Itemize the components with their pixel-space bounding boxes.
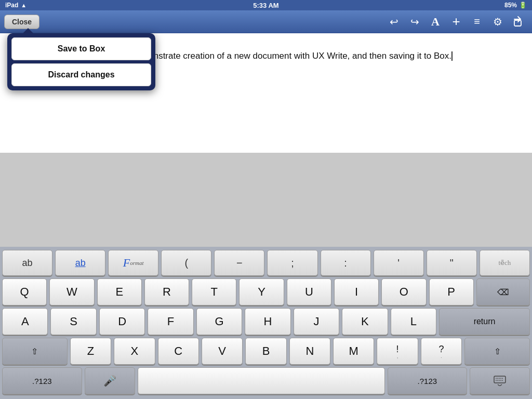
key-tech[interactable]: tẽch [480, 250, 530, 276]
key-quote[interactable]: " [427, 250, 477, 276]
list-button[interactable]: ≡ [468, 12, 486, 31]
key-o[interactable]: O [381, 278, 426, 305]
key-h[interactable]: H [245, 308, 290, 335]
key-w[interactable]: W [49, 278, 94, 305]
status-bar: iPad ▲ 5:33 AM 85% 🔋 [0, 0, 532, 10]
key-f[interactable]: F [148, 308, 193, 335]
key-return[interactable]: return [439, 308, 530, 335]
key-p[interactable]: P [429, 278, 474, 305]
key-paren-open[interactable]: ( [161, 250, 211, 276]
key-j[interactable]: J [294, 308, 339, 335]
key-n[interactable]: N [289, 338, 330, 365]
text-cursor [451, 51, 453, 61]
key-k[interactable]: K [342, 308, 388, 335]
key-a[interactable]: A [2, 308, 48, 335]
key-num-right[interactable]: .?123 [388, 367, 468, 394]
key-l[interactable]: L [391, 308, 436, 335]
dropdown-popup: Save to Box Discard changes [7, 33, 155, 90]
key-space[interactable] [138, 367, 385, 394]
settings-button[interactable]: ⚙ [488, 12, 507, 31]
key-question-period[interactable]: ?. [421, 338, 462, 365]
font-button[interactable]: A [426, 12, 445, 31]
key-backspace[interactable]: ⌫ [476, 278, 530, 305]
time-display: 5:33 AM [253, 2, 278, 9]
key-minus[interactable]: − [214, 250, 264, 276]
toolbar: Close ↩ ↪ A + ≡ ⚙ [0, 10, 532, 33]
key-ab-underline[interactable]: ab [55, 250, 105, 276]
key-q[interactable]: Q [2, 278, 47, 305]
key-z[interactable]: Z [70, 338, 111, 365]
key-ab-plain[interactable]: ab [2, 250, 52, 276]
key-colon[interactable]: : [321, 250, 371, 276]
key-exclaim-comma[interactable]: !, [377, 338, 418, 365]
special-key-row: ab ab Format ( − ; : ' " tẽch [2, 250, 530, 276]
svg-rect-0 [514, 20, 521, 26]
key-s[interactable]: S [50, 308, 96, 335]
key-row-bottom: .?123 🎤 .?123 [2, 367, 530, 394]
key-mic[interactable]: 🎤 [85, 367, 135, 394]
key-shift-left[interactable]: ⇧ [2, 338, 68, 365]
device-label: iPad [5, 2, 18, 9]
save-to-box-button[interactable]: Save to Box [11, 37, 151, 60]
key-d[interactable]: D [99, 308, 145, 335]
key-num-left[interactable]: .?123 [2, 367, 82, 394]
battery-icon: 🔋 [519, 2, 527, 9]
key-row-3: ⇧ Z X C V B N M !, ?. ⇧ [2, 338, 530, 365]
key-shift-right[interactable]: ⇧ [464, 338, 530, 365]
key-format[interactable]: Format [108, 250, 158, 276]
battery-label: 85% [504, 2, 517, 9]
key-y[interactable]: Y [239, 278, 284, 305]
key-t[interactable]: T [192, 278, 236, 305]
key-c[interactable]: C [158, 338, 199, 365]
key-b[interactable]: B [245, 338, 286, 365]
key-g[interactable]: G [196, 308, 242, 335]
key-r[interactable]: R [144, 278, 189, 305]
keyboard: ab ab Format ( − ; : ' " tẽch Q W E R T … [0, 247, 532, 399]
wifi-icon: ▲ [21, 2, 26, 8]
key-e[interactable]: E [97, 278, 142, 305]
key-v[interactable]: V [202, 338, 243, 365]
svg-rect-2 [494, 376, 506, 383]
key-row-2: A S D F G H J K L return [2, 308, 530, 335]
add-button[interactable]: + [447, 12, 466, 31]
undo-button[interactable]: ↩ [384, 12, 403, 31]
key-semicolon[interactable]: ; [267, 250, 317, 276]
key-x[interactable]: X [114, 338, 155, 365]
key-i[interactable]: I [334, 278, 379, 305]
discard-changes-button[interactable]: Discard changes [11, 63, 151, 86]
redo-button[interactable]: ↪ [405, 12, 424, 31]
share-button[interactable] [509, 12, 528, 31]
key-apostrophe[interactable]: ' [374, 250, 424, 276]
key-m[interactable]: M [333, 338, 374, 365]
key-row-1: Q W E R T Y U I O P ⌫ [2, 278, 530, 305]
key-keyboard-dismiss[interactable] [470, 367, 530, 394]
key-u[interactable]: U [287, 278, 331, 305]
close-button[interactable]: Close [4, 15, 39, 29]
